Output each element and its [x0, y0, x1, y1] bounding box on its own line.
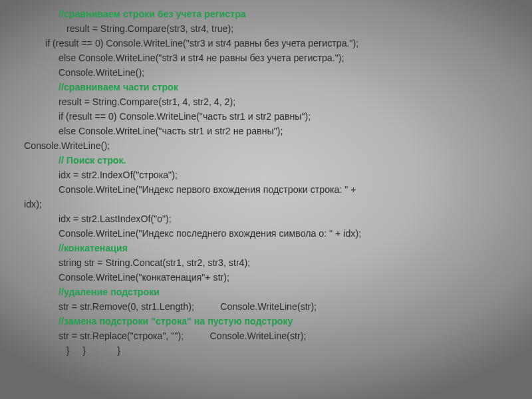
code-line: else Console.WriteLine("str3 и str4 не р… [0, 51, 532, 65]
code-line: //сравниваем строки без учета регистра [0, 7, 532, 21]
code-line: //конкатенация [0, 241, 532, 255]
code-line: Console.WriteLine("Индекс первого вхожде… [0, 182, 532, 197]
code-line: Console.WriteLine("Индекс последнего вхо… [0, 226, 532, 241]
code-line: } } } [0, 343, 532, 358]
code-line: //удаление подстроки [0, 285, 532, 299]
code-line: else Console.WriteLine("часть str1 и str… [0, 124, 532, 138]
code-line: idx = str2.IndexOf("строка"); [0, 168, 532, 182]
code-line: Console.WriteLine("конкатенация"+ str); [0, 270, 532, 285]
code-line: // Поиск строк. [0, 153, 532, 168]
code-line: idx); [0, 197, 532, 211]
code-line: //сравниваем части строк [0, 80, 532, 94]
code-line: result = String.Compare(str3, str4, true… [0, 21, 532, 36]
code-line: idx = str2.LastIndexOf("о"); [0, 211, 532, 226]
code-line: string str = String.Concat(str1, str2, s… [0, 255, 532, 270]
code-line: if (result == 0) Console.WriteLine("str3… [0, 36, 532, 51]
code-line: result = String.Compare(str1, 4, str2, 4… [0, 94, 532, 109]
code-line: if (result == 0) Console.WriteLine("част… [0, 109, 532, 124]
code-line: //замена подстроки "строка" на пустую по… [0, 314, 532, 329]
code-line: Console.WriteLine(); [0, 65, 532, 80]
code-line: Console.WriteLine(); [0, 138, 532, 153]
code-line: str = str.Replace("строка", ""); Console… [0, 329, 532, 343]
code-slide: //сравниваем строки без учета регистраre… [0, 0, 532, 358]
code-line: str = str.Remove(0, str1.Length); Consol… [0, 299, 532, 314]
